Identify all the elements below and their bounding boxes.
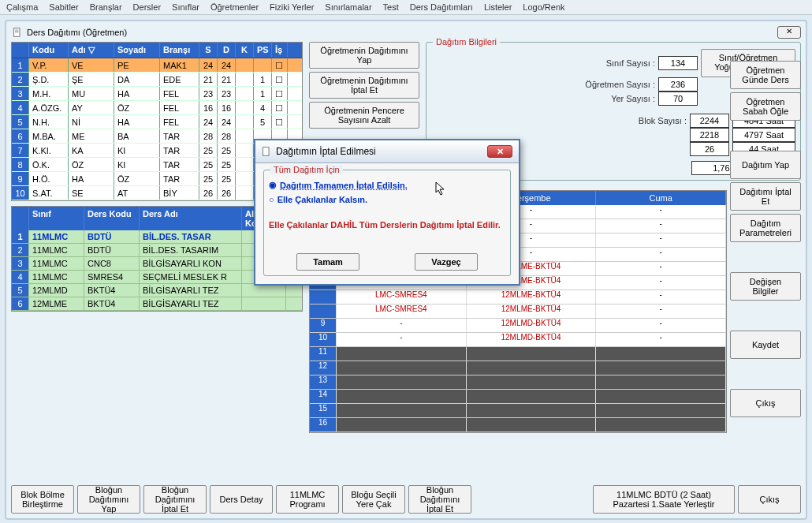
- radio-keep-manual[interactable]: ○ Elle Çakılanlar Kalsın.: [269, 195, 505, 204]
- place-block-button[interactable]: 11MLMC BDTÜ (2 Saat)Pazartesi 1.Saate Ye…: [593, 485, 735, 514]
- dialog-icon: [262, 147, 271, 156]
- menu-item[interactable]: Öğretmenler: [210, 2, 259, 12]
- place-count-value: 70: [658, 92, 698, 106]
- schedule-row[interactable]: LMC-SMRES4 12MLME-BKTÜ4 -: [310, 304, 726, 319]
- radio-checked-icon: ◉: [269, 180, 277, 190]
- panel-title: Ders Dağıtımı (Öğretmen) ✕: [11, 26, 801, 42]
- lesson-row[interactable]: 612MLMEBKTÜ4 BİLGİSAYARLI TEZ: [12, 297, 302, 311]
- lesson-row[interactable]: 512MLMDBKTÜ4 BİLGİSAYARLI TEZ: [12, 284, 302, 297]
- side-button[interactable]: Dağıtım Parametreleri: [730, 214, 801, 242]
- action-button[interactable]: Öğretmenin Pencere Sayısını Azalt: [309, 102, 419, 129]
- side-button[interactable]: Öğretmen Günde Ders: [730, 61, 801, 89]
- svg-rect-1: [263, 148, 270, 156]
- side-button[interactable]: Kaydet: [730, 331, 801, 359]
- radio-unchecked-icon: ○: [269, 195, 274, 204]
- bottom-button[interactable]: Bloğun Dağıtımını İptal Et: [143, 485, 207, 514]
- teacher-row[interactable]: 4A.ÖZG.AY ÖZFEL16 164☐: [12, 101, 302, 115]
- right-action-buttons: Öğretmen Günde DersÖğretmen Sabah ÖğleDa…: [730, 61, 801, 417]
- menu-item[interactable]: Fiziki Yerler: [270, 2, 314, 12]
- dialog-cancel-button[interactable]: Vazgeç: [415, 253, 478, 271]
- radio-cancel-all[interactable]: ◉ Dağıtım Tamamen İptal Edilsin.: [269, 180, 505, 190]
- menu-item[interactable]: Test: [383, 2, 399, 12]
- close-panel-icon[interactable]: ✕: [777, 26, 801, 39]
- bottom-button[interactable]: Ders Detay: [210, 485, 273, 514]
- bottom-button[interactable]: Bloğu Seçili Yere Çak: [342, 485, 405, 514]
- menu-item[interactable]: Sınıflar: [172, 2, 199, 12]
- class-count-value: 134: [658, 56, 698, 70]
- menu-item[interactable]: Çalışma: [6, 2, 38, 12]
- dialog-option-group: Tüm Dağıtım İçin ◉ Dağıtım Tamamen İptal…: [263, 170, 511, 276]
- schedule-row[interactable]: LMC-SMRES4 12MLME-BKTÜ4 -: [310, 290, 726, 304]
- teacher-row[interactable]: 5N.H.Nİ HAFEL24 245☐: [12, 115, 302, 129]
- schedule-row[interactable]: 10 - 12MLMD-BKTÜ4 -: [310, 333, 726, 347]
- dialog-close-icon[interactable]: ✕: [487, 145, 512, 158]
- document-icon: [13, 28, 22, 37]
- dialog-warning-text: Elle Çakılanlar DAHİL Tüm Derslerin Dağı…: [269, 220, 505, 230]
- side-button[interactable]: Öğretmen Sabah Öğle: [730, 92, 801, 121]
- teacher-row[interactable]: 1V.P.VE PEMAK124 24☐: [12, 58, 302, 73]
- bottom-button[interactable]: 11MLMC Programı: [276, 485, 339, 514]
- side-button[interactable]: Dağıtımı İptal Et: [730, 182, 801, 211]
- teacher-row[interactable]: 2Ş.D.ŞE DAEDE21 211☐: [12, 73, 302, 87]
- side-button[interactable]: Çıkış: [730, 389, 801, 417]
- menubar[interactable]: ÇalışmaSabitlerBranşlarDerslerSınıflarÖğ…: [0, 0, 812, 15]
- schedule-row[interactable]: 16: [310, 418, 726, 432]
- action-button[interactable]: Öğretmenin Dağıtımını İptal Et: [309, 72, 419, 99]
- teacher-count-value: 236: [658, 77, 698, 92]
- menu-item[interactable]: Sabitler: [49, 2, 78, 12]
- menu-item[interactable]: Logo/Renk: [523, 2, 564, 12]
- menu-item[interactable]: Dersler: [133, 2, 161, 12]
- schedule-row[interactable]: 12: [310, 361, 726, 375]
- side-button[interactable]: Dağıtım Yap: [730, 151, 801, 179]
- bottom-button[interactable]: Bloğun Dağıtımını İptal Et: [408, 485, 471, 514]
- schedule-row[interactable]: 9 - 12MLMD-BKTÜ4 -: [310, 319, 726, 333]
- teacher-table-header: KoduAdı ▽SoyadıBranşıSDKPSİş: [12, 43, 302, 58]
- teacher-row[interactable]: 3M.H.MU HAFEL23 231☐: [12, 87, 302, 101]
- schedule-row[interactable]: 13: [310, 375, 726, 390]
- menu-item[interactable]: Branşlar: [90, 2, 122, 12]
- action-button[interactable]: Öğretmenin Dağıtımını Yap: [309, 42, 419, 69]
- menu-item[interactable]: Ders Dağıtımları: [410, 2, 473, 12]
- schedule-row[interactable]: 11: [310, 347, 726, 361]
- menu-item[interactable]: Sınırlamalar: [325, 2, 371, 12]
- dialog-titlebar[interactable]: Dağıtımın İptal Edilmesi ✕: [255, 140, 519, 163]
- side-button[interactable]: Değişen Bilgiler: [730, 272, 801, 301]
- dialog-ok-button[interactable]: Tamam: [296, 253, 359, 271]
- schedule-row[interactable]: 14: [310, 390, 726, 404]
- bottom-toolbar: Blok Bölme BirleştirmeBloğun Dağıtımını …: [11, 485, 801, 514]
- menu-item[interactable]: Listeler: [484, 2, 512, 12]
- cancel-distribution-dialog: Dağıtımın İptal Edilmesi ✕ Tüm Dağıtım İ…: [254, 139, 520, 286]
- schedule-row[interactable]: 15: [310, 404, 726, 418]
- bottom-button[interactable]: Blok Bölme Birleştirme: [11, 485, 74, 514]
- bottom-button[interactable]: Bloğun Dağıtımını Yap: [77, 485, 140, 514]
- exit-button[interactable]: Çıkış: [738, 485, 801, 514]
